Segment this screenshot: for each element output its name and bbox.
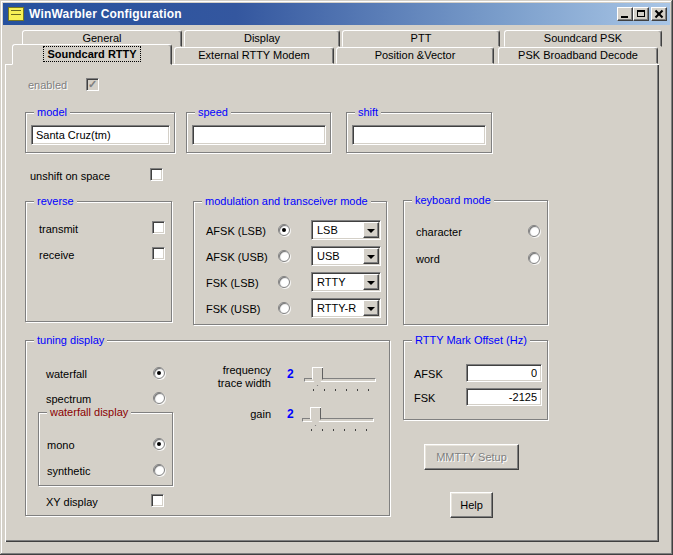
gain-slider[interactable]	[302, 405, 374, 433]
afsk-lsb-radio[interactable]	[278, 224, 290, 236]
waterfall-display-group-label: waterfall display	[47, 406, 131, 419]
tab-soundcard-rtty[interactable]: Soundcard RTTY	[12, 44, 172, 65]
fsk-usb-radio[interactable]	[278, 302, 290, 314]
tuning-display-group-label: tuning display	[34, 334, 107, 347]
synthetic-label: synthetic	[47, 465, 90, 477]
gain-label: gain	[141, 408, 271, 421]
tab-label: Soundcard PSK	[544, 32, 622, 44]
tab-label: Soundcard RTTY	[44, 47, 139, 61]
close-button[interactable]	[651, 7, 667, 21]
tab-display[interactable]: Display	[184, 30, 340, 47]
mono-radio[interactable]	[153, 438, 165, 450]
model-group-label: model	[34, 106, 70, 119]
tab-label: General	[82, 32, 121, 44]
slider-ticks	[311, 429, 372, 431]
tab-label: Position &Vector	[375, 49, 456, 61]
help-button[interactable]: Help	[450, 492, 493, 518]
fsk-offset-label: FSK	[414, 392, 435, 404]
minimize-button[interactable]	[617, 7, 633, 21]
frequency-trace-width-slider[interactable]	[304, 365, 376, 393]
reverse-group: reverse transmit receive	[25, 201, 172, 322]
transmit-checkbox[interactable]	[152, 221, 165, 234]
tab-position-vector[interactable]: Position &Vector	[336, 47, 494, 64]
slider-ticks	[313, 389, 374, 391]
dropdown-arrow-icon[interactable]	[363, 222, 379, 238]
tab-psk-broadband-decode[interactable]: PSK Broadband Decode	[498, 47, 658, 64]
tab-external-rtty-modem[interactable]: External RTTY Modem	[174, 47, 334, 64]
frequency-trace-width-label: frequency trace width	[141, 364, 271, 390]
tab-label: PSK Broadband Decode	[518, 49, 638, 61]
combobox-value: RTTY	[317, 276, 346, 288]
winwarbler-configuration-window: WinWarbler Configuration General Display…	[0, 0, 673, 555]
tuning-display-group: tuning display waterfall spectrum waterf…	[25, 340, 390, 516]
fsk-offset-input[interactable]	[466, 388, 542, 406]
window-title: WinWarbler Configuration	[29, 7, 182, 21]
character-label: character	[416, 226, 462, 238]
dropdown-arrow-icon[interactable]	[363, 300, 379, 316]
tab-ptt[interactable]: PTT	[342, 30, 500, 47]
fsk-lsb-label: FSK (LSB)	[206, 277, 259, 289]
waterfall-display-group: waterfall display mono synthetic	[38, 412, 173, 486]
mono-label: mono	[47, 439, 75, 451]
minimize-icon	[621, 16, 628, 18]
combobox-value: RTTY-R	[317, 302, 356, 314]
transmit-label: transmit	[39, 223, 78, 235]
afsk-lsb-label: AFSK (LSB)	[206, 225, 266, 237]
modulation-group: modulation and transceiver mode AFSK (LS…	[193, 201, 387, 325]
tab-label: PTT	[411, 32, 432, 44]
enabled-checkbox[interactable]	[86, 78, 99, 91]
frequency-trace-width-value: 2	[287, 367, 294, 381]
word-radio[interactable]	[528, 252, 540, 264]
spectrum-label: spectrum	[46, 393, 91, 405]
modulation-group-label: modulation and transceiver mode	[202, 195, 371, 208]
reverse-group-label: reverse	[34, 195, 77, 208]
rtty-mark-offset-group: RTTY Mark Offset (Hz) AFSK FSK	[403, 340, 548, 420]
synthetic-radio[interactable]	[153, 464, 165, 476]
shift-input[interactable]	[352, 125, 486, 145]
tab-soundcard-psk[interactable]: Soundcard PSK	[504, 30, 662, 47]
dropdown-arrow-icon[interactable]	[363, 248, 379, 264]
shift-group: shift	[346, 112, 492, 153]
xy-display-checkbox[interactable]	[151, 494, 164, 507]
app-icon	[8, 7, 24, 21]
dropdown-arrow-icon[interactable]	[363, 274, 379, 290]
slider-thumb[interactable]	[312, 367, 323, 386]
fsk-lsb-radio[interactable]	[278, 276, 290, 288]
maximize-button[interactable]	[633, 7, 649, 21]
shift-group-label: shift	[355, 106, 381, 119]
mmtty-setup-button[interactable]: MMTTY Setup	[424, 444, 519, 470]
tab-label: External RTTY Modem	[198, 49, 309, 61]
xy-display-label: XY display	[46, 496, 98, 508]
gain-value: 2	[287, 407, 294, 421]
combobox-value: USB	[317, 250, 340, 262]
title-bar[interactable]: WinWarbler Configuration	[3, 3, 670, 25]
receive-checkbox[interactable]	[152, 247, 165, 260]
afsk-usb-combobox[interactable]: USB	[311, 246, 381, 266]
maximize-icon	[637, 10, 645, 17]
unshift-on-space-checkbox[interactable]	[150, 168, 163, 181]
keyboard-mode-group-label: keyboard mode	[412, 194, 494, 207]
fsk-lsb-combobox[interactable]: RTTY	[311, 272, 381, 292]
slider-thumb[interactable]	[310, 407, 321, 426]
afsk-usb-radio[interactable]	[278, 250, 290, 262]
word-label: word	[416, 253, 440, 265]
model-group: model	[25, 112, 175, 153]
fsk-usb-label: FSK (USB)	[206, 303, 260, 315]
speed-group-label: speed	[195, 106, 231, 119]
rtty-mark-offset-group-label: RTTY Mark Offset (Hz)	[412, 334, 530, 347]
spectrum-radio[interactable]	[153, 392, 165, 404]
enabled-label: enabled	[28, 79, 67, 91]
character-radio[interactable]	[528, 225, 540, 237]
speed-input[interactable]	[192, 125, 326, 145]
unshift-on-space-label: unshift on space	[30, 170, 110, 182]
afsk-offset-label: AFSK	[414, 368, 443, 380]
speed-group: speed	[186, 112, 331, 153]
soundcard-rtty-tab-page: enabled model speed shift unshift on spa…	[5, 64, 659, 542]
model-input[interactable]	[31, 125, 170, 145]
receive-label: receive	[39, 249, 74, 261]
fsk-usb-combobox[interactable]: RTTY-R	[311, 298, 381, 318]
keyboard-mode-group: keyboard mode character word	[403, 200, 548, 325]
afsk-offset-input[interactable]	[466, 364, 542, 382]
afsk-usb-label: AFSK (USB)	[206, 251, 268, 263]
afsk-lsb-combobox[interactable]: LSB	[311, 220, 381, 240]
